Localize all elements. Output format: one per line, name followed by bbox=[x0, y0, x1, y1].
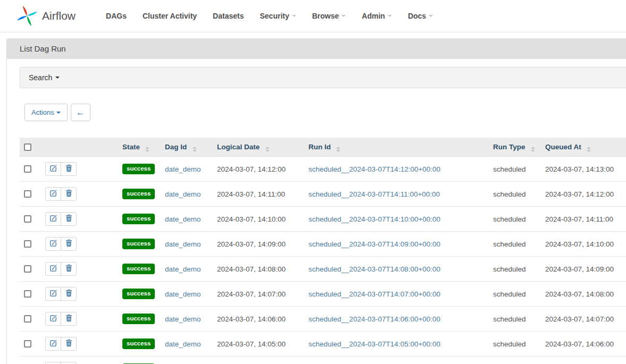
run-id-link[interactable]: scheduled__2024-03-07T14:09:00+00:00 bbox=[308, 240, 440, 248]
navbar-item-dags[interactable]: DAGs bbox=[98, 0, 135, 32]
run-id-cell: scheduled__2024-03-07T14:11:00+00:00 bbox=[304, 182, 489, 207]
navbar-item-admin[interactable]: Admin bbox=[354, 0, 400, 32]
table-row: success date_demo 2024-03-07, 14:04:00 s… bbox=[20, 357, 626, 364]
status-badge: success bbox=[122, 239, 155, 249]
run-id-link[interactable]: scheduled__2024-03-07T14:11:00+00:00 bbox=[308, 190, 440, 198]
delete-record-button[interactable] bbox=[61, 237, 77, 251]
run-id-cell: scheduled__2024-03-07T14:05:00+00:00 bbox=[304, 332, 489, 357]
run-id-link[interactable]: scheduled__2024-03-07T14:12:00+00:00 bbox=[308, 165, 440, 173]
column-header-run-id[interactable]: Run Id bbox=[304, 138, 489, 157]
logical-date-cell: 2024-03-07, 14:05:00 bbox=[213, 332, 304, 357]
dag-id-link[interactable]: date_demo bbox=[165, 190, 201, 198]
status-badge: success bbox=[122, 289, 155, 299]
row-checkbox-cell bbox=[20, 332, 41, 357]
back-button[interactable]: ← bbox=[71, 104, 90, 121]
dag-run-table: State Dag Id Logical Date Run Id Run Typ… bbox=[20, 138, 626, 364]
navbar-item-cluster-activity[interactable]: Cluster Activity bbox=[135, 0, 205, 32]
dag-id-link[interactable]: date_demo bbox=[165, 315, 201, 323]
row-actions-group bbox=[45, 162, 77, 176]
chevron-down-icon bbox=[56, 112, 61, 114]
edit-record-button[interactable] bbox=[45, 312, 61, 326]
delete-record-button[interactable] bbox=[61, 287, 77, 301]
status-badge: success bbox=[122, 164, 155, 174]
run-id-link[interactable]: scheduled__2024-03-07T14:06:00+00:00 bbox=[308, 315, 440, 323]
logical-date-cell: 2024-03-07, 14:08:00 bbox=[213, 257, 304, 282]
column-header-logical-date[interactable]: Logical Date bbox=[213, 138, 304, 157]
column-header-dag-id[interactable]: Dag Id bbox=[161, 138, 213, 157]
edit-record-button[interactable] bbox=[45, 362, 61, 364]
sort-icon bbox=[265, 147, 270, 152]
row-actions-group bbox=[45, 262, 77, 276]
run-id-link[interactable]: scheduled__2024-03-07T14:05:00+00:00 bbox=[308, 340, 440, 348]
edit-record-button[interactable] bbox=[45, 337, 61, 351]
dag-id-link[interactable]: date_demo bbox=[165, 290, 201, 298]
navbar-item-docs[interactable]: Docs bbox=[400, 0, 441, 32]
edit-record-button[interactable] bbox=[45, 262, 61, 276]
run-id-link[interactable]: scheduled__2024-03-07T14:07:00+00:00 bbox=[308, 290, 440, 298]
state-cell: success bbox=[118, 357, 161, 364]
run-id-link[interactable]: scheduled__2024-03-07T14:08:00+00:00 bbox=[308, 265, 440, 273]
dag-id-link[interactable]: date_demo bbox=[165, 240, 201, 248]
sort-icon bbox=[531, 147, 535, 152]
delete-record-button[interactable] bbox=[61, 312, 77, 326]
run-id-link[interactable]: scheduled__2024-03-07T14:10:00+00:00 bbox=[308, 215, 440, 223]
row-checkbox[interactable] bbox=[24, 190, 31, 198]
edit-icon bbox=[49, 214, 57, 224]
navbar-item-label: Cluster Activity bbox=[143, 12, 197, 20]
search-dropdown[interactable]: Search bbox=[20, 67, 626, 88]
row-checkbox[interactable] bbox=[24, 315, 31, 323]
dag-id-cell: date_demo bbox=[161, 307, 213, 332]
edit-record-button[interactable] bbox=[45, 212, 61, 226]
navbar-item-browse[interactable]: Browse bbox=[304, 0, 354, 32]
navbar-item-security[interactable]: Security bbox=[252, 0, 304, 32]
status-badge: success bbox=[122, 338, 155, 349]
delete-record-button[interactable] bbox=[61, 212, 77, 226]
column-header-label: Dag Id bbox=[165, 143, 187, 151]
column-header-label: Queued At bbox=[545, 143, 581, 151]
status-badge: success bbox=[122, 264, 155, 274]
delete-record-button[interactable] bbox=[61, 337, 77, 351]
column-header-state[interactable]: State bbox=[118, 138, 161, 157]
dag-id-link[interactable]: date_demo bbox=[165, 215, 201, 223]
chevron-down-icon bbox=[341, 15, 346, 17]
row-actions-cell bbox=[41, 357, 118, 364]
row-checkbox[interactable] bbox=[24, 240, 31, 248]
table-row: success date_demo 2024-03-07, 14:10:00 s… bbox=[20, 207, 626, 232]
dag-id-link[interactable]: date_demo bbox=[165, 265, 201, 273]
delete-record-button[interactable] bbox=[61, 162, 77, 176]
row-actions-group bbox=[45, 287, 77, 301]
delete-record-button[interactable] bbox=[61, 262, 77, 276]
delete-record-button[interactable] bbox=[61, 187, 77, 201]
queued-at-cell: 2024-03-07, 14:08:00 bbox=[541, 282, 626, 307]
row-checkbox[interactable] bbox=[24, 165, 31, 173]
row-checkbox[interactable] bbox=[24, 290, 31, 298]
row-actions-group bbox=[45, 187, 77, 201]
actions-button[interactable]: Actions bbox=[24, 104, 68, 121]
table-row: success date_demo 2024-03-07, 14:08:00 s… bbox=[20, 257, 626, 282]
edit-record-button[interactable] bbox=[45, 237, 61, 251]
select-all-checkbox[interactable] bbox=[24, 143, 31, 151]
logical-date-cell: 2024-03-07, 14:11:00 bbox=[213, 182, 304, 207]
column-header-queued-at[interactable]: Queued At bbox=[541, 138, 626, 157]
row-checkbox[interactable] bbox=[24, 215, 31, 223]
delete-record-button[interactable] bbox=[61, 362, 77, 364]
dag-id-cell: date_demo bbox=[161, 357, 213, 364]
run-id-cell: scheduled__2024-03-07T14:12:00+00:00 bbox=[304, 157, 489, 182]
edit-record-button[interactable] bbox=[45, 187, 61, 201]
chevron-down-icon bbox=[292, 15, 296, 17]
dag-id-link[interactable]: date_demo bbox=[165, 340, 201, 348]
run-id-cell: scheduled__2024-03-07T14:08:00+00:00 bbox=[304, 257, 489, 282]
navbar-item-label: Security bbox=[260, 12, 289, 20]
run-type-cell: scheduled bbox=[489, 157, 541, 182]
chevron-down-icon bbox=[429, 15, 433, 17]
logical-date-cell: 2024-03-07, 14:04:00 bbox=[213, 357, 304, 364]
edit-record-button[interactable] bbox=[45, 162, 61, 176]
row-checkbox[interactable] bbox=[24, 265, 31, 273]
navbar-item-datasets[interactable]: Datasets bbox=[205, 0, 252, 32]
row-actions-group bbox=[45, 337, 77, 351]
edit-record-button[interactable] bbox=[45, 287, 61, 301]
dag-id-link[interactable]: date_demo bbox=[165, 165, 201, 173]
column-header-run-type[interactable]: Run Type bbox=[489, 138, 541, 157]
row-checkbox[interactable] bbox=[24, 340, 31, 348]
airflow-brand[interactable]: Airflow bbox=[16, 5, 76, 27]
